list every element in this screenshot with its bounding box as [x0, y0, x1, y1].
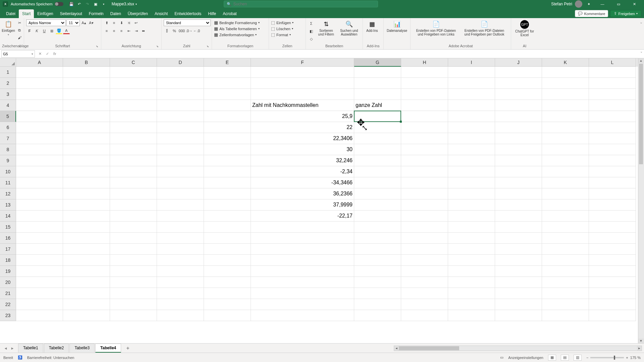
- cell-D10[interactable]: [157, 166, 204, 177]
- cell-K16[interactable]: [542, 233, 589, 244]
- cell-J13[interactable]: [495, 199, 542, 210]
- diamond-icon[interactable]: ✦: [586, 1, 592, 7]
- conditional-formatting-button[interactable]: ▦Bedingte Formatierung▾: [214, 20, 260, 25]
- fx-icon[interactable]: fx: [52, 52, 58, 56]
- cell-C12[interactable]: [110, 188, 157, 199]
- zoom-control[interactable]: − + 175 %: [586, 356, 641, 360]
- cell-B5[interactable]: [63, 111, 110, 122]
- cell-I16[interactable]: [448, 233, 495, 244]
- row-header-20[interactable]: 20: [0, 277, 16, 288]
- cell-C2[interactable]: [110, 78, 157, 89]
- cell-E12[interactable]: [204, 188, 251, 199]
- cell-J11[interactable]: [495, 177, 542, 188]
- cell-J9[interactable]: [495, 155, 542, 166]
- cell-G9[interactable]: [354, 155, 401, 166]
- column-header-C[interactable]: C: [110, 58, 157, 67]
- cell-A23[interactable]: [16, 310, 63, 321]
- cell-K12[interactable]: [542, 188, 589, 199]
- row-header-13[interactable]: 13: [0, 199, 16, 210]
- cell-E8[interactable]: [204, 144, 251, 155]
- cell-J2[interactable]: [495, 78, 542, 89]
- cell-B23[interactable]: [63, 310, 110, 321]
- cell-C23[interactable]: [110, 310, 157, 321]
- cell-D21[interactable]: [157, 288, 204, 299]
- cell-G3[interactable]: [354, 89, 401, 100]
- cell-G21[interactable]: [354, 288, 401, 299]
- cell-J21[interactable]: [495, 288, 542, 299]
- cell-J18[interactable]: [495, 255, 542, 266]
- cell-E7[interactable]: [204, 133, 251, 144]
- cell-G16[interactable]: [354, 233, 401, 244]
- cell-L1[interactable]: [589, 67, 636, 78]
- column-header-F[interactable]: F: [251, 58, 354, 67]
- cell-K11[interactable]: [542, 177, 589, 188]
- pdf-outlook-button[interactable]: 📄Erstellen von PDF-Dateien und Freigeben…: [461, 19, 508, 37]
- filename-dropdown-icon[interactable]: ▾: [136, 3, 137, 6]
- menu-tab-seitenlayout[interactable]: Seitenlayout: [57, 9, 86, 18]
- cell-F19[interactable]: [251, 266, 354, 277]
- cell-K23[interactable]: [542, 310, 589, 321]
- cell-E22[interactable]: [204, 299, 251, 310]
- row-headers[interactable]: 1234567891011121314151617181920212223: [0, 67, 16, 343]
- restore-button[interactable]: ▭: [612, 0, 625, 8]
- decrease-decimal-icon[interactable]: ←.0: [193, 27, 200, 34]
- cell-E6[interactable]: [204, 122, 251, 133]
- cell-K9[interactable]: [542, 155, 589, 166]
- cell-J3[interactable]: [495, 89, 542, 100]
- avatar[interactable]: [575, 0, 582, 8]
- cell-L17[interactable]: [589, 244, 636, 255]
- sheet-tab-tabelle3[interactable]: Tabelle3: [69, 344, 95, 353]
- menu-tab-entwicklertools[interactable]: Entwicklertools: [171, 9, 205, 18]
- cell-C5[interactable]: [110, 111, 157, 122]
- cell-H19[interactable]: [401, 266, 448, 277]
- pdf-links-button[interactable]: 📄Erstellen von PDF-Dateien und Freigeben…: [413, 19, 460, 37]
- share-button[interactable]: ⇪Freigeben▾: [610, 10, 641, 17]
- cell-G8[interactable]: [354, 144, 401, 155]
- cell-C11[interactable]: [110, 177, 157, 188]
- row-header-19[interactable]: 19: [0, 266, 16, 277]
- cell-G15[interactable]: [354, 222, 401, 233]
- cell-H23[interactable]: [401, 310, 448, 321]
- sheet-tab-tabelle2[interactable]: Tabelle2: [44, 344, 69, 353]
- wrap-text-icon[interactable]: ↩: [133, 19, 139, 26]
- cell-A11[interactable]: [16, 177, 63, 188]
- cell-I3[interactable]: [448, 89, 495, 100]
- cell-G4[interactable]: ganze Zahl: [354, 100, 401, 111]
- increase-decimal-icon[interactable]: .0→: [186, 27, 193, 34]
- menu-tab-formeln[interactable]: Formeln: [86, 9, 107, 18]
- cell-K3[interactable]: [542, 89, 589, 100]
- cell-J16[interactable]: [495, 233, 542, 244]
- cell-G18[interactable]: [354, 255, 401, 266]
- cell-A1[interactable]: [16, 67, 63, 78]
- sheet-next-icon[interactable]: ►: [9, 346, 15, 350]
- cell-E5[interactable]: [204, 111, 251, 122]
- cell-H16[interactable]: [401, 233, 448, 244]
- cell-B15[interactable]: [63, 222, 110, 233]
- increase-font-icon[interactable]: A▴: [80, 19, 87, 26]
- cell-J20[interactable]: [495, 277, 542, 288]
- cell-F18[interactable]: [251, 255, 354, 266]
- cell-B14[interactable]: [63, 210, 110, 222]
- cell-G20[interactable]: [354, 277, 401, 288]
- cell-D13[interactable]: [157, 199, 204, 210]
- row-header-11[interactable]: 11: [0, 177, 16, 188]
- cell-F6[interactable]: 22: [251, 122, 354, 133]
- orientation-icon[interactable]: ⤭: [125, 19, 132, 26]
- cell-H4[interactable]: [401, 100, 448, 111]
- cell-C17[interactable]: [110, 244, 157, 255]
- clear-icon[interactable]: ◇: [308, 36, 315, 42]
- cell-D20[interactable]: [157, 277, 204, 288]
- row-header-14[interactable]: 14: [0, 210, 16, 222]
- cell-H7[interactable]: [401, 133, 448, 144]
- cell-F16[interactable]: [251, 233, 354, 244]
- cell-C14[interactable]: [110, 210, 157, 222]
- cell-C8[interactable]: [110, 144, 157, 155]
- cell-L13[interactable]: [589, 199, 636, 210]
- cell-B4[interactable]: [63, 100, 110, 111]
- cell-D17[interactable]: [157, 244, 204, 255]
- cell-F12[interactable]: 36,2366: [251, 188, 354, 199]
- cell-H17[interactable]: [401, 244, 448, 255]
- cell-E23[interactable]: [204, 310, 251, 321]
- cell-D23[interactable]: [157, 310, 204, 321]
- cell-I5[interactable]: [448, 111, 495, 122]
